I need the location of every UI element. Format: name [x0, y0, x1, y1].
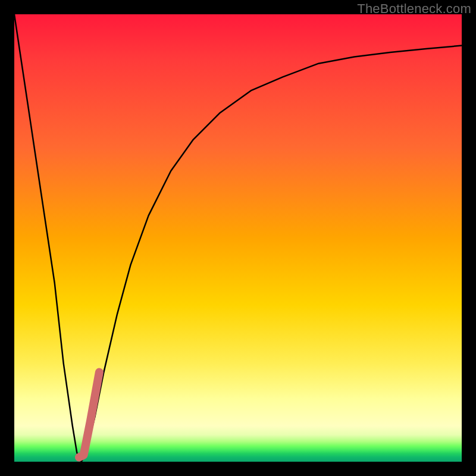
highlight-segment — [79, 372, 99, 458]
chart-frame: TheBottleneck.com — [0, 0, 476, 476]
bottleneck-curve — [14, 14, 462, 462]
watermark-text: TheBottleneck.com — [357, 1, 471, 17]
curve-layer — [14, 14, 462, 462]
plot-area — [14, 14, 462, 462]
